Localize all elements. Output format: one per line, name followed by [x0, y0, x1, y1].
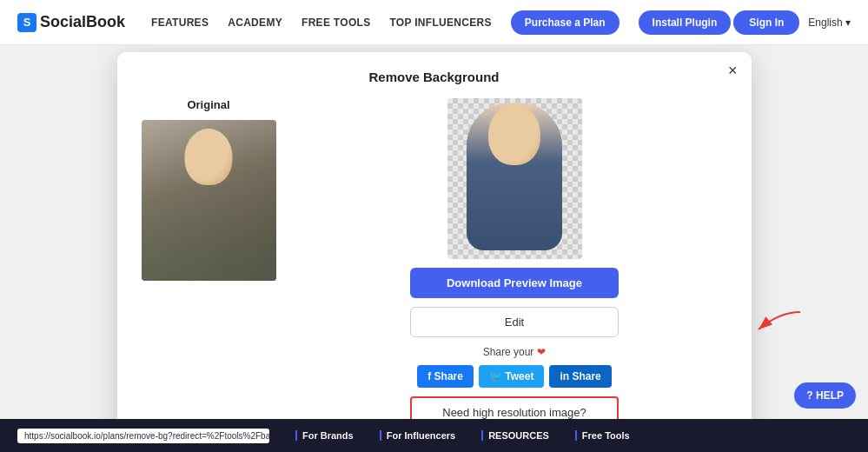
- brand-name: SocialBook: [40, 13, 125, 31]
- footer-resources[interactable]: RESOURCES: [481, 430, 549, 441]
- signin-button[interactable]: Sign In: [733, 10, 799, 35]
- language-selector[interactable]: English ▾: [808, 17, 851, 29]
- original-photo: [142, 120, 276, 281]
- modal-title: Remove Background: [142, 70, 727, 84]
- original-image: [142, 120, 276, 281]
- modal-body: Original Download Preview Image Edit Sha…: [142, 98, 727, 429]
- nav-academy[interactable]: ACADEMY: [228, 17, 282, 29]
- nav-links: FEATURES ACADEMY FREE TOOLS TOP INFLUENC…: [151, 10, 733, 35]
- original-side: Original: [142, 98, 276, 281]
- purchase-plan-button[interactable]: Purchase a Plan: [511, 10, 620, 35]
- logo[interactable]: S SocialBook: [17, 13, 125, 32]
- heart-icon: ❤: [537, 346, 546, 358]
- share-section: Share your ❤ f Share 🐦 Tweet in Share: [417, 346, 612, 388]
- share-facebook-button[interactable]: f Share: [417, 365, 474, 388]
- main-content: By uploading an image or URL you agree t…: [0, 45, 868, 452]
- nav-top-influencers[interactable]: TOP INFLUENCERS: [389, 17, 491, 29]
- arrow-svg: [738, 305, 807, 340]
- nav-features[interactable]: FEATURES: [151, 17, 209, 29]
- nav-free-tools[interactable]: FREE TOOLS: [301, 17, 370, 29]
- footer-for-brands[interactable]: For Brands: [295, 430, 354, 441]
- removed-bg-image: [447, 98, 582, 259]
- arrow-indicator: [738, 305, 807, 343]
- modal-backdrop: × Remove Background Original Download Pr…: [0, 45, 868, 452]
- share-buttons: f Share 🐦 Tweet in Share: [417, 365, 612, 388]
- share-label: Share your ❤: [483, 346, 547, 358]
- footer: https://socialbook.io/plans/remove-bg?re…: [0, 419, 868, 452]
- removed-bg-side: Download Preview Image Edit Share your ❤…: [302, 98, 727, 429]
- footer-free-tools[interactable]: Free Tools: [575, 430, 630, 441]
- modal: × Remove Background Original Download Pr…: [117, 52, 752, 446]
- share-twitter-button[interactable]: 🐦 Tweet: [479, 365, 544, 388]
- help-button[interactable]: ? HELP: [794, 382, 856, 409]
- download-preview-button[interactable]: Download Preview Image: [410, 268, 619, 298]
- original-label: Original: [187, 98, 229, 111]
- share-linkedin-button[interactable]: in Share: [549, 365, 611, 388]
- removed-bg-person: [467, 103, 562, 250]
- footer-for-influencers[interactable]: For Influencers: [380, 430, 455, 441]
- navbar: S SocialBook FEATURES ACADEMY FREE TOOLS…: [0, 0, 868, 45]
- edit-button[interactable]: Edit: [410, 307, 619, 337]
- footer-url: https://socialbook.io/plans/remove-bg?re…: [17, 429, 269, 443]
- install-plugin-button[interactable]: Install Plugin: [639, 10, 732, 35]
- modal-close-button[interactable]: ×: [728, 63, 738, 78]
- nav-right: Sign In English ▾: [733, 10, 851, 35]
- logo-icon: S: [17, 13, 36, 32]
